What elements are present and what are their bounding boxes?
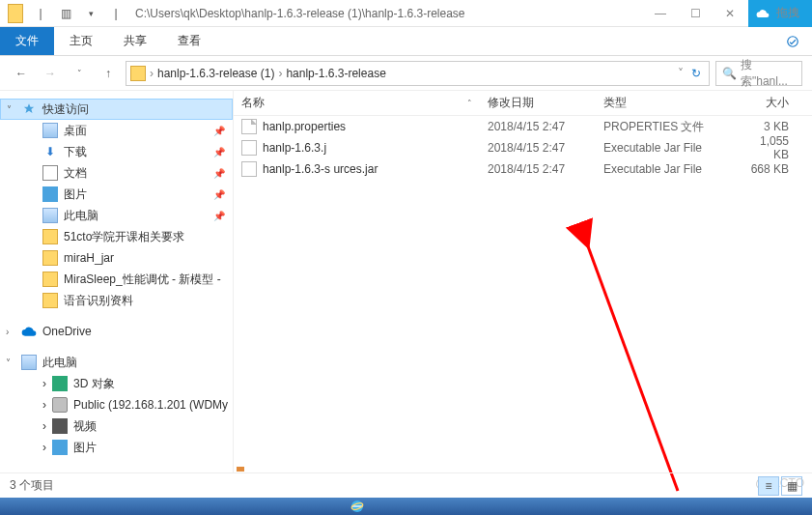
file-type: Executable Jar File xyxy=(596,141,739,155)
file-row[interactable]: hanlp-1.6.3.j2018/4/15 2:47Executable Ja… xyxy=(234,137,812,158)
tab-file[interactable]: 文件 xyxy=(0,27,54,55)
breadcrumb-1[interactable]: hanlp-1.6.3-release (1) xyxy=(157,67,274,80)
col-type[interactable]: 类型 xyxy=(596,95,739,111)
file-type: Executable Jar File xyxy=(596,162,739,176)
pin-icon: 📌 xyxy=(213,126,225,136)
sidebar-folder-4[interactable]: 语音识别资料 xyxy=(0,290,233,311)
folder-icon xyxy=(42,293,58,308)
nav-row: ← → ˅ ↑ › hanlp-1.6.3-release (1) › hanl… xyxy=(0,56,812,91)
chevron-right-icon[interactable]: › xyxy=(42,419,46,433)
download-icon: ⬇ xyxy=(42,144,58,159)
back-button[interactable]: ← xyxy=(10,62,33,85)
qat: | ▥ ▾ | xyxy=(0,4,131,23)
sidebar-downloads[interactable]: ⬇下载📌 xyxy=(0,141,233,162)
drive-icon xyxy=(52,397,68,413)
up-button[interactable]: ↑ xyxy=(97,62,120,85)
details-view-button[interactable]: ≡ xyxy=(758,476,779,496)
folder-icon xyxy=(42,229,58,244)
chevron-right-icon[interactable]: › xyxy=(278,67,282,80)
sidebar-thispc[interactable]: ˅ 此电脑 xyxy=(0,352,233,373)
ribbon: 文件 主页 共享 查看 xyxy=(0,27,812,56)
file-list: 名称˄ 修改日期 类型 大小 hanlp.properties2018/4/15… xyxy=(234,91,812,473)
thumbnail-view-button[interactable]: ▦ xyxy=(781,476,802,496)
tab-home[interactable]: 主页 xyxy=(54,27,108,55)
chevron-right-icon[interactable]: › xyxy=(6,327,9,337)
sidebar-documents[interactable]: 文档📌 xyxy=(0,162,233,184)
sidebar-folder-3[interactable]: MiraSleep_性能调优 - 新模型 - xyxy=(0,269,233,290)
pictures-icon xyxy=(52,440,68,455)
tab-share[interactable]: 共享 xyxy=(108,27,162,55)
onedrive-icon xyxy=(21,324,37,339)
chevron-down-icon[interactable]: ˅ xyxy=(7,104,12,115)
taskbar xyxy=(0,498,812,515)
recent-dropdown[interactable]: ˅ xyxy=(68,62,91,85)
file-size: 1,055 KB xyxy=(739,134,797,161)
search-input[interactable]: 🔍 搜索"hanl... xyxy=(715,61,802,86)
file-size: 668 KB xyxy=(739,162,797,176)
chevron-right-icon[interactable]: › xyxy=(150,67,154,80)
file-date: 2018/4/15 2:47 xyxy=(480,162,596,176)
qat-dropdown-icon[interactable]: ▾ xyxy=(81,4,100,23)
pin-icon: 📌 xyxy=(213,189,225,200)
folder-icon xyxy=(42,272,58,287)
tab-view[interactable]: 查看 xyxy=(162,27,216,55)
monitor-icon xyxy=(21,355,37,370)
taskbar-ie-icon[interactable] xyxy=(338,498,377,515)
sidebar-3d[interactable]: ›3D 对象 xyxy=(0,373,233,394)
pin-icon: 📌 xyxy=(213,211,225,221)
file-name: hanlp-1.6.3-s urces.jar xyxy=(263,162,378,176)
qat-sep2: | xyxy=(106,4,126,23)
pin-icon: 📌 xyxy=(213,168,225,179)
minimize-button[interactable]: — xyxy=(644,0,677,27)
refresh-button[interactable]: ↻ xyxy=(687,67,705,80)
chevron-right-icon[interactable]: › xyxy=(42,441,46,454)
search-placeholder: 搜索"hanl... xyxy=(741,57,796,90)
sidebar-pictures[interactable]: 图片📌 xyxy=(0,184,233,205)
breadcrumb-2[interactable]: hanlp-1.6.3-release xyxy=(286,67,385,80)
sidebar-onedrive[interactable]: › OneDrive xyxy=(0,321,233,342)
chevron-down-icon[interactable]: ˅ xyxy=(6,358,11,368)
chevron-right-icon[interactable]: › xyxy=(42,377,46,390)
col-name[interactable]: 名称˄ xyxy=(234,95,480,111)
main: ˅ 快速访问 桌面📌 ⬇下载📌 文档📌 图片📌 此电脑📌 51cto学院开课相关… xyxy=(0,91,812,473)
chevron-right-icon[interactable]: › xyxy=(42,398,46,412)
address-bar[interactable]: › hanlp-1.6.3-release (1) › hanlp-1.6.3-… xyxy=(126,61,710,86)
forward-button[interactable]: → xyxy=(39,62,62,85)
address-dropdown-icon[interactable]: ˅ xyxy=(678,67,684,80)
sidebar-folder-1[interactable]: 51cto学院开课相关要求 xyxy=(0,226,233,247)
cloud-button[interactable]: 拖拽 xyxy=(748,0,812,27)
file-row[interactable]: hanlp.properties2018/4/15 2:47PROPERTIES… xyxy=(234,116,812,137)
sidebar-desktop[interactable]: 桌面📌 xyxy=(0,120,233,141)
video-icon xyxy=(52,418,68,434)
sidebar-public[interactable]: ›Public (192.168.1.201 (WDMy xyxy=(0,394,233,415)
file-icon xyxy=(241,119,257,134)
cloud-icon xyxy=(756,7,770,20)
sidebar-folder-2[interactable]: miraH_jar xyxy=(0,247,233,269)
window-controls: — ☐ ✕ 拖拽 xyxy=(644,0,812,27)
qat-sep: | xyxy=(31,4,50,23)
file-row[interactable]: hanlp-1.6.3-s urces.jar2018/4/15 2:47Exe… xyxy=(234,158,812,180)
file-size: 3 KB xyxy=(739,120,797,133)
close-button[interactable]: ✕ xyxy=(714,0,746,27)
file-name: hanlp.properties xyxy=(263,120,346,133)
col-date[interactable]: 修改日期 xyxy=(480,95,596,111)
document-icon xyxy=(42,165,58,181)
column-headers: 名称˄ 修改日期 类型 大小 xyxy=(234,91,812,116)
annotation-arrow xyxy=(514,162,707,510)
folder-icon xyxy=(42,250,58,266)
sidebar-video[interactable]: ›视频 xyxy=(0,415,233,437)
pin-icon: 📌 xyxy=(213,147,225,157)
ribbon-help-icon[interactable] xyxy=(773,27,812,55)
pictures-icon xyxy=(42,186,58,202)
sidebar-thispc-quick[interactable]: 此电脑📌 xyxy=(0,205,233,226)
svg-line-1 xyxy=(581,228,678,491)
qat-open-icon[interactable]: ▥ xyxy=(56,4,75,23)
col-size[interactable]: 大小 xyxy=(739,95,797,111)
maximize-button[interactable]: ☐ xyxy=(679,0,712,27)
sidebar-pictures2[interactable]: ›图片 xyxy=(0,437,233,458)
window-title: C:\Users\qk\Desktop\hanlp-1.6.3-release … xyxy=(131,7,644,20)
sidebar-quick-access[interactable]: ˅ 快速访问 xyxy=(0,99,233,120)
sort-asc-icon: ˄ xyxy=(467,99,472,108)
jar-icon xyxy=(241,161,257,177)
star-icon xyxy=(21,101,37,117)
